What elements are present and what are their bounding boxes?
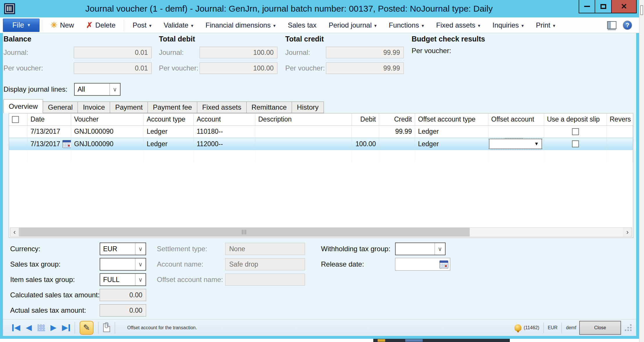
sales-tax-group-label: Sales tax group: bbox=[10, 260, 100, 268]
dropdown-caret-icon[interactable]: ▼ bbox=[532, 141, 541, 146]
account-type-cell[interactable]: Ledger bbox=[144, 126, 194, 138]
next-record-button[interactable]: ▶ bbox=[51, 324, 57, 332]
tab-fixed-assets[interactable]: Fixed assets bbox=[197, 102, 247, 113]
chevron-down-icon: ▾ bbox=[374, 23, 376, 28]
currency-select[interactable]: EUR ∨ bbox=[100, 243, 146, 255]
col-header-use-deposit-slip[interactable]: Use a deposit slip bbox=[544, 113, 607, 125]
scrollbar-track[interactable] bbox=[470, 228, 623, 236]
scroll-right-arrow[interactable]: › bbox=[623, 228, 632, 236]
menu-item-sales-tax[interactable]: Sales tax bbox=[282, 19, 323, 32]
table-row-selected[interactable]: 7/13/2017 GNJL000090 Ledger 112000-- 100… bbox=[9, 138, 633, 150]
col-header-debit[interactable]: Debit bbox=[352, 113, 379, 125]
help-icon[interactable]: ? bbox=[623, 21, 632, 30]
tab-history[interactable]: History bbox=[292, 102, 324, 113]
tab-overview[interactable]: Overview bbox=[3, 99, 43, 113]
attachment-icon[interactable] bbox=[103, 323, 110, 332]
resize-grip[interactable] bbox=[625, 324, 632, 332]
statusbar-right: (11462) EUR demf Close bbox=[514, 321, 632, 335]
debit-cell[interactable] bbox=[352, 126, 379, 138]
horizontal-scrollbar[interactable]: ‹ › bbox=[10, 227, 632, 237]
col-header-account-type[interactable]: Account type bbox=[144, 113, 194, 125]
offset-account-type-cell[interactable]: Ledger bbox=[415, 138, 488, 150]
last-record-button[interactable]: ▶ bbox=[62, 324, 70, 332]
account-name-field: Safe drop bbox=[225, 258, 305, 270]
col-header-offset-account-type[interactable]: Offset account type bbox=[415, 113, 488, 125]
status-company[interactable]: demf bbox=[566, 325, 576, 330]
debit-cell[interactable]: 100.00 bbox=[352, 138, 379, 150]
release-date-field[interactable] bbox=[395, 258, 450, 271]
display-journal-lines-select[interactable]: All ∨ bbox=[74, 83, 121, 96]
col-header-date[interactable]: Date bbox=[28, 113, 71, 125]
previous-record-button[interactable]: ◀ bbox=[26, 324, 32, 332]
offset-account-cell[interactable] bbox=[488, 126, 544, 138]
notification-count[interactable]: (11462) bbox=[524, 325, 539, 330]
voucher-cell[interactable]: GNJL000090 bbox=[71, 138, 144, 150]
description-cell[interactable] bbox=[255, 138, 352, 150]
close-button[interactable]: ✕ bbox=[612, 0, 637, 13]
window-title: Journal voucher (1 - demf) - Journal: Ge… bbox=[35, 0, 543, 17]
notifications-bell-icon[interactable] bbox=[514, 324, 521, 331]
sales-tax-group-select[interactable]: ∨ bbox=[100, 258, 146, 271]
menu-item-fixed-assets[interactable]: Fixed assets ▾ bbox=[430, 19, 487, 32]
col-header-offset-account[interactable]: Offset account bbox=[488, 113, 544, 125]
table-row[interactable]: 7/13/2017 GNJL000090 Ledger 110180-- 99.… bbox=[9, 126, 633, 138]
menu-item-delete[interactable]: ✗ Delete bbox=[80, 19, 121, 32]
minimize-button[interactable] bbox=[579, 0, 595, 13]
col-header-credit[interactable]: Credit bbox=[379, 113, 415, 125]
status-separator bbox=[98, 322, 98, 334]
menu-item-print[interactable]: Print ▾ bbox=[530, 19, 561, 32]
deposit-slip-checkbox[interactable] bbox=[572, 128, 579, 135]
menu-item-period-journal[interactable]: Period journal ▾ bbox=[322, 19, 383, 32]
tab-general[interactable]: General bbox=[43, 102, 78, 113]
scrollbar-thumb[interactable] bbox=[19, 228, 470, 236]
status-currency[interactable]: EUR bbox=[548, 325, 558, 330]
debit-journal-field: 100.00 bbox=[200, 47, 277, 58]
date-cell[interactable]: 7/13/2017 bbox=[28, 138, 71, 150]
date-cell[interactable]: 7/13/2017 bbox=[28, 126, 71, 138]
offset-account-editor[interactable]: ▼ bbox=[489, 139, 542, 149]
menu-item-financial-dimensions[interactable]: Financial dimensions ▾ bbox=[200, 19, 282, 32]
menubar: File ▾ ✳ New ✗ Delete Post ▾ Validate ▾ … bbox=[0, 17, 639, 33]
description-cell[interactable] bbox=[255, 126, 352, 138]
calendar-icon[interactable] bbox=[440, 260, 448, 268]
file-menu-button[interactable]: File ▾ bbox=[3, 19, 40, 32]
close-form-button[interactable]: Close bbox=[579, 321, 621, 335]
titlebar: Journal voucher (1 - demf) - Journal: Ge… bbox=[0, 0, 639, 17]
col-header-description[interactable]: Description bbox=[255, 113, 352, 125]
tab-remittance[interactable]: Remittance bbox=[247, 102, 292, 113]
menu-item-validate[interactable]: Validate ▾ bbox=[158, 19, 200, 32]
tab-payment[interactable]: Payment bbox=[110, 102, 148, 113]
grid-view-icon[interactable] bbox=[37, 324, 45, 331]
reverse-cell[interactable] bbox=[607, 138, 633, 150]
credit-cell[interactable] bbox=[379, 138, 415, 150]
maximize-button[interactable] bbox=[595, 0, 612, 13]
first-record-button[interactable]: ◀ bbox=[12, 324, 20, 332]
account-type-cell[interactable]: Ledger bbox=[144, 138, 194, 150]
lookup-flyout-handle[interactable] bbox=[505, 138, 523, 138]
col-header-account[interactable]: Account bbox=[194, 113, 255, 125]
select-all-checkbox[interactable] bbox=[12, 116, 19, 123]
menu-item-post[interactable]: Post ▾ bbox=[126, 19, 157, 32]
calendar-icon[interactable] bbox=[62, 140, 71, 148]
offset-account-type-cell[interactable]: Ledger bbox=[415, 126, 488, 138]
layout-panes-icon[interactable] bbox=[607, 21, 616, 29]
account-cell[interactable]: 110180-- bbox=[194, 126, 255, 138]
withholding-tax-group-select[interactable]: ∨ bbox=[395, 243, 446, 255]
item-sales-tax-group-select[interactable]: FULL ∨ bbox=[100, 273, 146, 286]
col-header-voucher[interactable]: Voucher bbox=[71, 113, 144, 125]
balance-journal-label: Journal: bbox=[3, 48, 74, 57]
col-header-reverse[interactable]: Revers bbox=[607, 113, 633, 125]
account-cell[interactable]: 112000-- bbox=[194, 138, 255, 150]
credit-cell[interactable]: 99.99 bbox=[379, 126, 415, 138]
menu-item-inquiries[interactable]: Inquiries ▾ bbox=[486, 19, 530, 32]
reverse-cell[interactable] bbox=[607, 126, 633, 138]
scroll-left-arrow[interactable]: ‹ bbox=[10, 228, 19, 236]
deposit-slip-checkbox[interactable] bbox=[572, 140, 579, 147]
menu-item-functions[interactable]: Functions ▾ bbox=[383, 19, 430, 32]
voucher-cell[interactable]: GNJL000090 bbox=[71, 126, 144, 138]
app-icon bbox=[4, 3, 15, 14]
menu-item-new[interactable]: ✳ New bbox=[44, 19, 80, 32]
edit-record-button[interactable]: ✎ bbox=[80, 321, 94, 335]
tab-payment-fee[interactable]: Payment fee bbox=[148, 102, 197, 113]
tab-invoice[interactable]: Invoice bbox=[78, 102, 110, 113]
